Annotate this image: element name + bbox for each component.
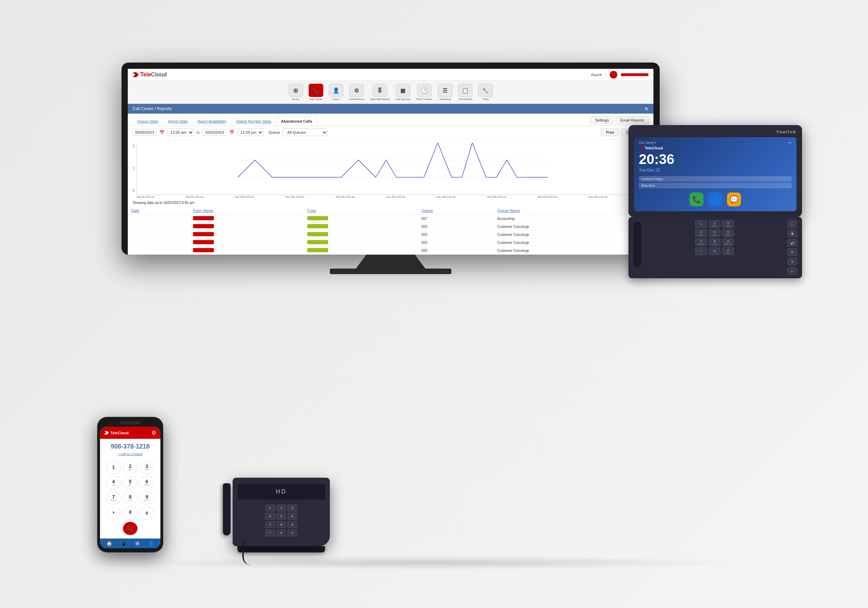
yealink-app-contacts[interactable]: 👤 <box>708 193 722 206</box>
side-key-hold[interactable]: ⏸ <box>787 258 797 266</box>
dial-btn-6[interactable]: 6MNO <box>140 476 154 489</box>
side-key-mute[interactable]: 🔇 <box>787 230 797 237</box>
nav-label-call-center: Call Center <box>309 98 323 101</box>
side-key-message[interactable]: ✉ <box>787 249 797 256</box>
nav-item-conferences[interactable]: ⚙ Conferences <box>349 84 364 101</box>
auto-attendants-icon[interactable]: 🎛 <box>372 84 387 97</box>
mobile-settings-icon[interactable]: ⚙ <box>151 429 156 436</box>
user-avatar[interactable] <box>610 71 617 79</box>
dial-btn-1[interactable]: 1 <box>106 461 121 474</box>
key-star[interactable]: * <box>695 247 707 255</box>
nav-label-auto-attendants: Auto Attendants <box>370 98 390 101</box>
dial-btn-2[interactable]: 2ABC <box>123 461 138 474</box>
settings-button[interactable]: Settings <box>591 117 614 124</box>
yealink-app-phone[interactable]: 📞 <box>690 193 704 206</box>
dial-btn-4[interactable]: 4GHI <box>106 476 121 489</box>
col-from-name[interactable]: From Name <box>189 207 304 215</box>
tab-dialed-number-stats[interactable]: Dialed Number Stats <box>232 117 276 126</box>
dial-btn-star[interactable]: * <box>106 507 121 520</box>
col-date[interactable]: Date <box>128 207 189 215</box>
nav-item-inventory[interactable]: ☰ Inventory <box>438 84 453 101</box>
nav-item-call-queues[interactable]: ▦ Call Queues <box>395 84 411 101</box>
table-row: 927 Accounting <box>128 215 653 223</box>
dial-btn-3[interactable]: 3DEF <box>140 461 154 474</box>
email-reports-button[interactable]: Email Reports <box>615 117 649 124</box>
conferences-icon[interactable]: ⚙ <box>349 84 364 97</box>
close-icon[interactable]: ✕ <box>645 106 649 112</box>
call-button[interactable]: 📞 <box>123 522 138 535</box>
desk-key-4[interactable]: 4 <box>265 513 275 520</box>
nav-item-auto-attendants[interactable]: 🎛 Auto Attendants <box>370 84 390 101</box>
col-from[interactable]: From <box>304 207 418 215</box>
desk-key-3[interactable]: 3 <box>287 504 297 512</box>
side-key-speaker[interactable]: 🔊 <box>787 239 797 247</box>
start-time-select[interactable]: 12:00 am <box>167 129 194 136</box>
desk-key-2[interactable]: 2 <box>276 504 286 512</box>
print-button[interactable]: Print <box>601 129 619 136</box>
apps-label[interactable]: Apps▾ <box>591 73 602 77</box>
end-date-input[interactable]: 10/03/2023 <box>202 129 226 136</box>
dial-btn-5[interactable]: 5JKL <box>123 476 138 489</box>
end-time-select[interactable]: 11:59 pm <box>237 129 264 136</box>
tab-agent-availability[interactable]: Agent Availability <box>193 117 231 126</box>
desk-key-0[interactable]: 0 <box>276 529 286 536</box>
side-key-redial[interactable]: ↩ <box>787 267 797 275</box>
call-center-icon[interactable]: 📞 <box>308 84 323 97</box>
mobile-phone-icon[interactable]: 📱 <box>121 541 127 546</box>
users-icon[interactable]: 👤 <box>329 84 343 97</box>
mobile-add-contact[interactable]: + Add to Contacts <box>100 452 160 459</box>
tools-icon[interactable]: 🔧 <box>478 84 493 97</box>
nav-item-home[interactable]: ⊞ Home <box>288 84 303 101</box>
chart-area: 2 1 0 <box>128 139 653 199</box>
end-date-calendar-icon[interactable]: 📅 <box>229 130 234 135</box>
mobile-dialpad-icon[interactable]: ⊞ <box>135 541 140 546</box>
desk-key-6[interactable]: 6 <box>287 513 297 520</box>
inventory-icon[interactable]: ☰ <box>438 84 453 97</box>
desk-key-5[interactable]: 5 <box>276 513 286 520</box>
cell-queue: 920 <box>418 231 494 239</box>
call-history-icon[interactable]: 📋 <box>458 84 473 97</box>
nav-item-time-frames[interactable]: 🕐 Time Frames <box>416 84 432 101</box>
key-7[interactable]: 7PQRS <box>695 238 707 246</box>
tab-abandoned-calls[interactable]: Abandoned Calls <box>277 117 317 126</box>
side-key-headset[interactable]: 🎧 <box>787 220 797 228</box>
key-9[interactable]: 9WXYZ <box>722 238 734 246</box>
key-1[interactable]: 1 <box>695 220 707 228</box>
col-queue[interactable]: Queue <box>418 207 494 215</box>
key-6[interactable]: 6MNO <box>722 229 734 237</box>
desk-key-9[interactable]: 9 <box>287 521 297 528</box>
nav-item-users[interactable]: 👤 Users <box>329 84 343 101</box>
desk-key-star[interactable]: * <box>265 529 275 536</box>
key-8[interactable]: 8TUV <box>708 238 721 246</box>
home-icon[interactable]: ⊞ <box>288 84 303 97</box>
dial-btn-hash[interactable]: # <box>140 507 154 520</box>
desk-key-8[interactable]: 8 <box>276 521 286 528</box>
tab-queue-stats[interactable]: Queue Stats <box>133 117 163 126</box>
start-date-input[interactable]: 09/06/2023 <box>133 129 157 136</box>
key-hash[interactable]: #RCL <box>722 247 734 255</box>
dial-btn-7[interactable]: 7PQRS <box>106 491 121 504</box>
desk-key-hash[interactable]: # <box>287 529 297 536</box>
call-queues-icon[interactable]: ▦ <box>396 84 411 97</box>
nav-item-tools[interactable]: 🔧 Tools <box>478 84 493 101</box>
yealink-brand-label: Yealink <box>634 129 797 134</box>
start-date-calendar-icon[interactable]: 📅 <box>160 130 164 135</box>
desk-key-7[interactable]: 7 <box>265 521 275 528</box>
key-5[interactable]: 5JKL <box>708 229 721 237</box>
key-4[interactable]: 4GHI <box>695 229 707 237</box>
nav-item-call-center[interactable]: 📞 Call Center <box>308 84 323 101</box>
dial-btn-0[interactable]: 0+ <box>123 507 138 520</box>
tab-agent-stats[interactable]: Agent Stats <box>164 117 192 126</box>
time-frames-icon[interactable]: 🕐 <box>417 84 432 97</box>
queue-select[interactable]: All Queues <box>283 129 328 136</box>
mobile-home-icon[interactable]: 🏠 <box>106 541 112 546</box>
key-2[interactable]: 2ABC <box>708 220 721 228</box>
dial-btn-9[interactable]: 9WXYZ <box>140 491 154 504</box>
nav-item-call-history[interactable]: 📋 Call History <box>458 84 473 101</box>
mobile-contacts-icon[interactable]: 👤 <box>148 541 154 546</box>
desk-key-1[interactable]: 1 <box>265 504 275 512</box>
yealink-app-messages[interactable]: 💬 <box>727 193 741 206</box>
key-3[interactable]: 3DEF <box>722 220 734 228</box>
dial-btn-8[interactable]: 8TUV <box>123 491 138 504</box>
key-0[interactable]: 0 <box>708 247 721 255</box>
